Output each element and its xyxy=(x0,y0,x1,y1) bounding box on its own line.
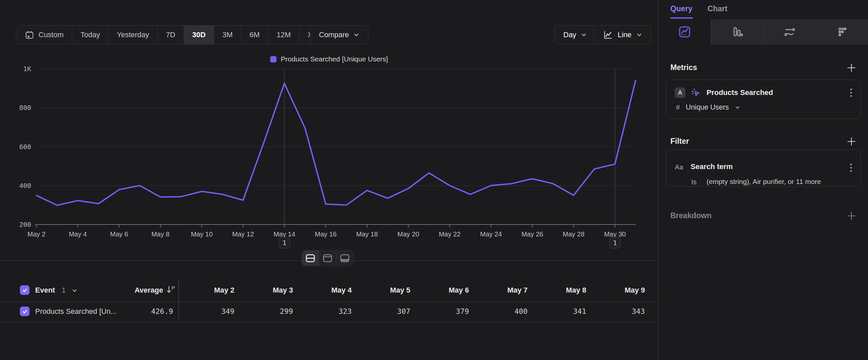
svg-text:600: 600 xyxy=(19,143,31,151)
sort-descending-icon[interactable] xyxy=(166,285,176,294)
series-checkbox[interactable] xyxy=(20,307,30,316)
metrics-heading: Metrics xyxy=(671,63,697,72)
svg-text:May 10: May 10 xyxy=(191,230,213,238)
svg-text:May 20: May 20 xyxy=(398,230,420,238)
metric-card[interactable]: A Products Searched # Unique Users xyxy=(666,80,861,119)
query-sidebar: Query Chart xyxy=(658,0,868,360)
measure-dropdown[interactable]: # Unique Users xyxy=(676,103,740,112)
kebab-menu-icon[interactable] xyxy=(850,163,852,172)
svg-text:May 6: May 6 xyxy=(110,230,128,238)
filter-heading: Filter xyxy=(671,137,689,146)
series-average-value: 426.9 xyxy=(110,307,173,315)
series-row-label: Products Searched [Un... xyxy=(35,307,117,316)
filter-value[interactable]: (empty string), Air purifier, or 11 more xyxy=(707,178,821,186)
text-property-icon: Aa xyxy=(675,163,683,171)
table-cell: 379 xyxy=(410,307,469,315)
line-chart[interactable]: 2004006008001KMay 2May 4May 6May 8May 10… xyxy=(0,0,658,252)
table-col-header[interactable]: May 4 xyxy=(293,286,352,295)
svg-text:1K: 1K xyxy=(23,65,31,73)
table-col-header[interactable]: May 6 xyxy=(410,286,469,295)
filter-card[interactable]: Aa Search term Is (empty string), Air pu… xyxy=(666,149,861,187)
svg-text:May 8: May 8 xyxy=(152,230,169,238)
svg-text:May 2: May 2 xyxy=(28,230,45,238)
chart-only-view-button[interactable] xyxy=(319,250,336,266)
table-cell: 341 xyxy=(527,307,586,315)
insights-icon xyxy=(677,25,692,39)
svg-text:May 14: May 14 xyxy=(274,230,296,238)
tab-retention[interactable] xyxy=(816,19,868,45)
funnels-icon xyxy=(730,25,744,39)
layout-toggle xyxy=(301,250,354,266)
select-all-checkbox[interactable] xyxy=(20,285,30,295)
svg-text:400: 400 xyxy=(19,182,31,190)
table-col-header[interactable]: May 3 xyxy=(235,286,293,295)
tab-funnels[interactable] xyxy=(711,19,764,45)
table-header-divider xyxy=(0,302,658,302)
table-date-headers: May 2May 3May 4May 5May 6May 7May 8May 9 xyxy=(176,286,645,295)
main-panel: Custom Today Yesterday 7D 30D 3M 6M 12M … xyxy=(0,0,658,360)
add-filter-button[interactable] xyxy=(847,137,856,146)
svg-text:May 26: May 26 xyxy=(522,230,544,238)
flows-icon xyxy=(782,24,797,39)
svg-text:May 12: May 12 xyxy=(232,230,254,238)
annotation-badge[interactable]: 1 xyxy=(610,237,621,248)
table-col-header[interactable]: May 7 xyxy=(469,286,527,295)
split-view-button[interactable] xyxy=(302,250,319,266)
retention-icon xyxy=(835,25,849,39)
tab-insights[interactable] xyxy=(658,19,711,45)
svg-text:May 28: May 28 xyxy=(563,230,585,238)
add-breakdown-button[interactable] xyxy=(847,211,856,221)
svg-text:May 24: May 24 xyxy=(480,230,502,238)
svg-text:May 4: May 4 xyxy=(69,230,87,238)
measure-label: Unique Users xyxy=(686,103,729,112)
filter-operator[interactable]: Is xyxy=(691,178,696,186)
table-col-header[interactable]: May 8 xyxy=(527,286,586,295)
annotation-badge[interactable]: 1 xyxy=(279,237,290,248)
chevron-down-icon xyxy=(735,105,740,110)
table-cell: 299 xyxy=(235,307,293,315)
table-cell: 349 xyxy=(176,307,235,315)
metric-event-name[interactable]: Products Searched xyxy=(707,88,773,97)
filter-property-name[interactable]: Search term xyxy=(691,162,733,171)
add-metric-button[interactable] xyxy=(847,63,856,73)
table-cell: 307 xyxy=(352,307,410,315)
table-cell: 323 xyxy=(293,307,352,315)
table-col-header[interactable]: May 9 xyxy=(586,286,645,295)
tab-flows[interactable] xyxy=(764,19,816,45)
event-count: 1 xyxy=(62,286,66,295)
metric-letter-badge: A xyxy=(675,87,685,98)
svg-text:May 18: May 18 xyxy=(356,230,378,238)
event-spark-icon xyxy=(691,88,701,98)
active-tab-underline xyxy=(671,17,693,19)
table-only-view-button[interactable] xyxy=(336,250,353,266)
event-dropdown-label[interactable]: Event xyxy=(35,286,55,295)
tab-query[interactable]: Query xyxy=(671,4,692,13)
svg-text:May 30: May 30 xyxy=(604,230,626,238)
breakdown-heading: Breakdown xyxy=(671,211,712,220)
table-cell: 343 xyxy=(586,307,645,315)
table-col-header[interactable]: May 2 xyxy=(176,286,235,295)
svg-text:May 16: May 16 xyxy=(315,230,337,238)
table-cell: 400 xyxy=(469,307,527,315)
table-date-values: 349299323307379400341343 xyxy=(176,307,645,315)
app-root: Custom Today Yesterday 7D 30D 3M 6M 12M … xyxy=(0,0,868,360)
measure-symbol: # xyxy=(676,104,680,111)
table-col-header[interactable]: May 5 xyxy=(352,286,410,295)
svg-text:200: 200 xyxy=(19,221,31,228)
average-column-header[interactable]: Average xyxy=(99,286,163,295)
svg-text:800: 800 xyxy=(19,104,31,112)
kebab-menu-icon[interactable] xyxy=(850,88,852,97)
chevron-down-icon[interactable] xyxy=(72,287,78,294)
tab-chart[interactable]: Chart xyxy=(708,4,727,13)
report-type-tabs xyxy=(658,19,868,45)
table-row-divider xyxy=(0,322,658,323)
svg-text:May 22: May 22 xyxy=(439,230,461,238)
